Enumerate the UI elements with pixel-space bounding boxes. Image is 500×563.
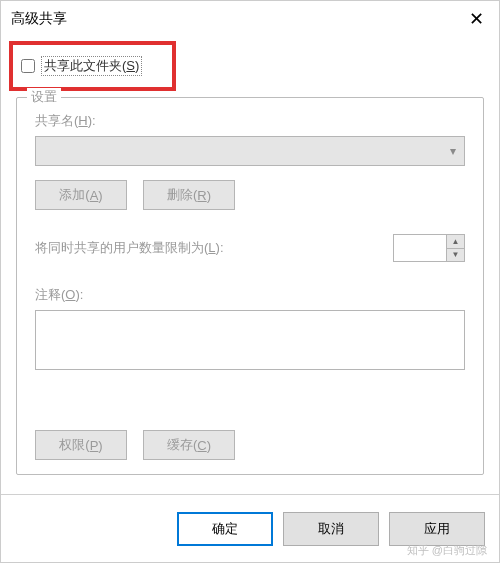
spinner-buttons: ▲ ▼ [446, 235, 464, 261]
apply-button[interactable]: 应用 [389, 512, 485, 546]
window-title: 高级共享 [11, 10, 67, 28]
highlight-annotation: 共享此文件夹(S) [9, 41, 176, 91]
permissions-button[interactable]: 权限(P) [35, 430, 127, 460]
share-folder-checkbox-row[interactable]: 共享此文件夹(S) [21, 56, 142, 76]
close-button[interactable]: ✕ [453, 1, 499, 37]
share-folder-checkbox[interactable] [21, 59, 35, 73]
ok-button[interactable]: 确定 [177, 512, 273, 546]
spinner-down-icon[interactable]: ▼ [446, 249, 464, 262]
titlebar: 高级共享 ✕ [1, 1, 499, 37]
share-folder-label: 共享此文件夹(S) [41, 56, 142, 76]
cancel-button[interactable]: 取消 [283, 512, 379, 546]
advanced-sharing-dialog: 高级共享 ✕ 共享此文件夹(S) 设置 共享名(H): ▾ 添加(A) 删除(R… [0, 0, 500, 563]
spinner-up-icon[interactable]: ▲ [446, 235, 464, 249]
user-limit-row: 将同时共享的用户数量限制为(L): ▲ ▼ [35, 234, 465, 262]
comment-label: 注释(O): [35, 286, 465, 304]
add-remove-row: 添加(A) 删除(R) [35, 180, 465, 210]
comment-textarea[interactable] [35, 310, 465, 370]
share-name-label: 共享名(H): [35, 112, 465, 130]
user-limit-value[interactable] [394, 235, 446, 261]
share-name-combo[interactable]: ▾ [35, 136, 465, 166]
close-icon: ✕ [469, 8, 484, 30]
settings-group-title: 设置 [27, 88, 61, 106]
settings-group: 设置 共享名(H): ▾ 添加(A) 删除(R) 将同时共享的用户数量限制为(L… [16, 97, 484, 475]
chevron-down-icon: ▾ [450, 144, 456, 158]
user-limit-label: 将同时共享的用户数量限制为(L): [35, 239, 224, 257]
user-limit-spinner[interactable]: ▲ ▼ [393, 234, 465, 262]
watermark-text: 知乎 @白驹过隙 [407, 543, 487, 558]
remove-button[interactable]: 删除(R) [143, 180, 235, 210]
add-button[interactable]: 添加(A) [35, 180, 127, 210]
perm-cache-row: 权限(P) 缓存(C) [35, 430, 235, 460]
cache-button[interactable]: 缓存(C) [143, 430, 235, 460]
